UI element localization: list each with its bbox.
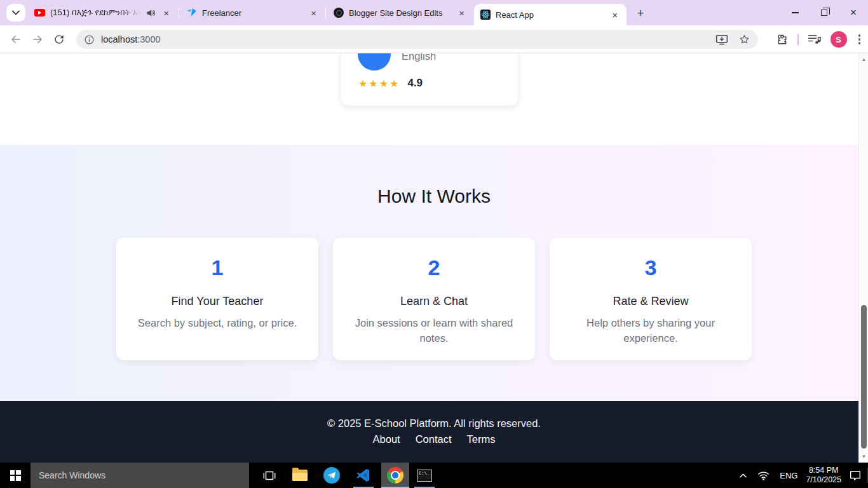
browser-toolbar: localhost:3000 S [0,25,868,53]
time-text: 8:54 PM [806,466,841,475]
media-controls-icon[interactable] [808,34,822,45]
forward-arrow-icon [32,34,43,45]
vscode-button[interactable] [349,463,377,488]
audio-speaker-icon[interactable] [146,9,156,17]
tab-title: Blogger Site Design Edits [349,8,451,18]
footer-link-about[interactable]: About [373,433,400,445]
scrollbar-thumb[interactable] [861,305,867,449]
address-bar[interactable]: localhost:3000 [76,30,758,49]
tab-youtube[interactable]: (151) በእጅጉ የደከምንበት አዲስ × [28,0,178,25]
new-tab-button[interactable]: + [632,5,649,22]
footer-link-contact[interactable]: Contact [416,433,452,445]
wifi-icon[interactable] [756,463,771,488]
teacher-rating: ★★★★ 4.9 [358,77,423,90]
teacher-card[interactable]: English ★★★★ 4.9 [341,53,519,106]
close-button[interactable]: × [839,0,868,25]
footer-link-terms[interactable]: Terms [467,433,496,445]
copyright-text: © 2025 E-School Platform. All rights res… [0,401,868,430]
toolbar-actions: S [776,25,864,53]
clock[interactable]: 8:54 PM 7/10/2025 [806,466,841,485]
language-indicator[interactable]: ENG [778,463,799,488]
start-button[interactable] [0,463,31,488]
restore-button[interactable] [810,0,839,25]
tab-separator [179,7,179,18]
steps-row: 1 Find Your Teacher Search by subject, r… [116,238,752,360]
forward-button[interactable] [27,29,48,50]
step-number: 2 [428,254,440,281]
chrome-button[interactable] [381,463,409,488]
action-center-icon[interactable] [848,463,863,488]
date-text: 7/10/2025 [806,475,841,485]
tab-search-button[interactable] [6,4,25,22]
footer-links: About Contact Terms [0,433,868,445]
url-text[interactable]: localhost:3000 [101,34,715,44]
chrome-menu-icon[interactable] [856,32,864,47]
step-number: 3 [645,254,657,281]
restore-icon [821,10,827,16]
tab-close-icon[interactable]: × [609,9,620,21]
chrome-icon [387,467,403,484]
step-number: 1 [212,254,224,281]
system-tray: ENG 8:54 PM 7/10/2025 [737,463,863,488]
tab-close-icon[interactable]: × [456,7,467,19]
tab-title: React App [496,10,604,20]
telegram-icon [323,467,340,484]
toolbar-divider [797,34,799,45]
tab-title: (151) በእጅጉ የደከምንበት አዲስ [50,8,141,18]
teacher-subject: English [402,53,436,62]
teacher-avatar [358,53,391,71]
scroll-down-icon[interactable]: ▼ [859,454,868,459]
scroll-up-icon[interactable]: ▲ [859,57,868,62]
tab-freelancer[interactable]: Freelancer × [180,0,325,25]
install-app-icon[interactable] [715,34,728,45]
step-card-3[interactable]: 3 Rate & Review Help others by sharing y… [550,238,752,360]
tab-close-icon[interactable]: × [161,7,172,19]
taskbar-search-input[interactable]: Search Windows [31,463,249,488]
back-button[interactable] [5,29,27,50]
step-description: Join sessions or learn with shared notes… [354,315,514,346]
tab-separator [325,7,326,18]
react-icon [480,10,491,20]
step-card-2[interactable]: 2 Learn & Chat Join sessions or learn wi… [333,238,535,360]
section-title: How It Works [0,186,868,207]
back-arrow-icon [10,34,22,45]
step-title: Find Your Teacher [172,295,264,308]
window-controls: × [780,0,868,25]
task-view-icon [262,470,276,482]
step-title: Rate & Review [613,295,688,308]
reload-button[interactable] [48,29,70,50]
star-rating-icon: ★★★★ [358,78,400,90]
minimize-icon [792,12,799,13]
telegram-button[interactable] [318,463,346,488]
page-footer: © 2025 E-School Platform. All rights res… [0,401,868,463]
task-view-button[interactable] [255,463,283,488]
tab-blogger[interactable]: Blogger Site Design Edits × [327,0,473,25]
site-info-icon[interactable] [84,34,95,45]
minimize-button[interactable] [780,0,810,25]
step-card-1[interactable]: 1 Find Your Teacher Search by subject, r… [116,238,318,360]
tab-react-app[interactable]: React App × [474,4,627,25]
step-description: Help others by sharing your experience. [571,315,731,346]
reload-icon [53,34,65,45]
search-placeholder: Search Windows [39,470,105,480]
step-description: Search by subject, rating, or price. [138,315,297,330]
tab-close-icon[interactable]: × [308,7,319,19]
windows-logo-icon [10,470,21,481]
file-explorer-button[interactable] [286,463,314,488]
page-scrollbar[interactable]: ▲ ▼ [858,53,868,463]
blogger-icon [334,8,344,18]
rating-value: 4.9 [407,77,423,90]
page-viewport: English ★★★★ 4.9 How It Works 1 Find You… [0,53,868,463]
vscode-icon [356,468,371,483]
extensions-puzzle-icon[interactable] [776,33,789,46]
tab-title: Freelancer [202,8,303,18]
command-prompt-button[interactable]: C:\_ [410,463,438,488]
windows-taskbar: Search Windows C:\_ ENG 8:54 PM 7/10 [0,463,868,488]
step-title: Learn & Chat [400,295,468,308]
freelancer-icon [187,8,197,18]
profile-avatar[interactable]: S [831,31,847,48]
browser-tab-strip: (151) በእጅጉ የደከምንበት አዲስ × Freelancer × Bl… [0,0,868,25]
command-prompt-icon: C:\_ [417,470,432,482]
tray-chevron-up-icon[interactable] [737,463,749,488]
bookmark-star-icon[interactable] [738,34,750,45]
